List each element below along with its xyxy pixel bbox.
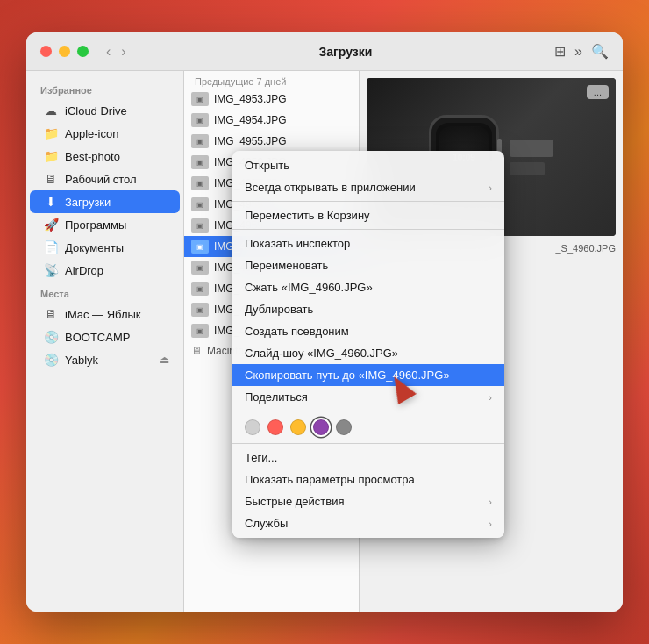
computer-icon: 🖥	[44, 307, 58, 321]
sidebar-item-documents[interactable]: 📄 Документы	[30, 236, 180, 259]
chevron-right-icon: ›	[489, 392, 492, 403]
sidebar-item-label: iCloud Drive	[65, 104, 127, 118]
color-dot-gray[interactable]	[245, 419, 260, 435]
sidebar-item-programs[interactable]: 🚀 Программы	[30, 213, 180, 236]
cm-duplicate-label: Дублировать	[245, 303, 313, 316]
cm-open-label: Открыть	[245, 159, 289, 172]
cm-slideshow-label: Слайд-шоу «IMG_4960.JPG»	[245, 347, 398, 360]
color-dot-purple[interactable]	[313, 419, 329, 435]
cm-always-open[interactable]: Всегда открывать в приложении ›	[232, 176, 504, 198]
disk-icon: 💿	[44, 353, 58, 367]
cm-view-params[interactable]: Показать параметры просмотра	[232, 469, 504, 490]
cm-duplicate[interactable]: Дублировать	[232, 298, 504, 320]
back-button[interactable]: ‹	[103, 42, 114, 61]
cm-share[interactable]: Поделиться ›	[232, 386, 504, 408]
sidebar-item-apple-icon[interactable]: 📁 Apple-icon	[30, 122, 180, 145]
cm-copy-path[interactable]: Скопировать путь до «IMG_4960.JPG»	[232, 364, 504, 386]
sidebar-item-label: Программы	[65, 218, 126, 232]
cm-trash-label: Переместить в Корзину	[245, 209, 370, 222]
cm-compress-label: Сжать «IMG_4960.JPG»	[245, 281, 373, 294]
close-button[interactable]	[40, 46, 52, 57]
charger	[510, 140, 553, 157]
sidebar-item-label: Apple-icon	[65, 127, 118, 140]
cm-always-open-label: Всегда открывать в приложении	[245, 181, 416, 194]
cm-trash[interactable]: Переместить в Корзину	[232, 204, 504, 226]
file-section-label: Предыдущие 7 дней	[184, 71, 359, 89]
sidebar-item-icloud-drive[interactable]: ☁ iCloud Drive	[30, 99, 180, 122]
chevron-right-icon: ›	[489, 497, 492, 507]
cm-tags[interactable]: Теги...	[232, 447, 504, 469]
folder-icon: 📁	[44, 126, 58, 140]
forward-button[interactable]: ›	[118, 42, 129, 61]
documents-icon: 📄	[44, 240, 58, 254]
sidebar-item-label: Рабочий стол	[65, 173, 137, 186]
color-dots-row	[232, 414, 504, 440]
finder-window: ‹ › Загрузки ⊞ » 🔍 Избранное ☁ iCloud Dr…	[26, 32, 623, 612]
cm-copy-path-label: Скопировать путь до «IMG_4960.JPG»	[245, 369, 450, 382]
file-thumb: ▣	[191, 155, 209, 169]
chevron-right-icon: ›	[489, 519, 492, 529]
sidebar-item-airdrop[interactable]: 📡 AirDrop	[30, 259, 180, 282]
color-dot-dark[interactable]	[336, 419, 352, 435]
file-name: IMG_4954.JPG	[214, 114, 287, 126]
sidebar-item-imac[interactable]: 🖥 iMac — Яблык	[30, 303, 180, 326]
sidebar-item-label: Best-photo	[65, 150, 120, 163]
maximize-button[interactable]	[77, 46, 89, 57]
cm-compress[interactable]: Сжать «IMG_4960.JPG»	[232, 276, 504, 298]
file-thumb: ▣	[191, 176, 209, 190]
nav-buttons: ‹ ›	[103, 42, 130, 61]
toolbar-right: ⊞ » 🔍	[554, 43, 609, 60]
cm-separator	[232, 443, 504, 444]
file-thumb: ▣	[191, 324, 209, 338]
cm-rename-label: Переименовать	[245, 259, 328, 272]
eject-icon[interactable]: ⏏	[160, 354, 169, 366]
sidebar-item-desktop[interactable]: 🖥 Рабочий стол	[30, 168, 180, 190]
file-thumb: ▣	[191, 282, 209, 296]
file-thumb: ▣	[191, 92, 209, 106]
cm-inspector[interactable]: Показать инспектор	[232, 233, 504, 254]
list-item[interactable]: ▣ IMG_4955.JPG	[184, 131, 359, 152]
cm-inspector-label: Показать инспектор	[245, 237, 350, 250]
sidebar-item-label: AirDrop	[65, 264, 103, 277]
cm-alias[interactable]: Создать псевдоним	[232, 320, 504, 342]
airdrop-icon: 📡	[44, 263, 58, 277]
preview-more-button[interactable]: ...	[587, 85, 609, 99]
cm-services-label: Службы	[245, 517, 288, 530]
sidebar-item-yablyk[interactable]: 💿 Yablyk ⏏	[30, 348, 180, 371]
traffic-lights	[40, 46, 89, 57]
file-name: IMG_4953.JPG	[214, 93, 287, 105]
disk-icon: 💿	[44, 330, 58, 344]
search-icon[interactable]: 🔍	[591, 43, 609, 60]
sidebar: Избранное ☁ iCloud Drive 📁 Apple-icon 📁 …	[26, 71, 184, 612]
cm-services[interactable]: Службы ›	[232, 512, 504, 534]
cm-separator	[232, 229, 504, 230]
file-thumb: ▣	[191, 303, 209, 317]
cm-separator	[232, 411, 504, 411]
sidebar-item-downloads[interactable]: ⬇ Загрузки	[30, 190, 180, 213]
list-item[interactable]: ▣ IMG_4954.JPG	[184, 110, 359, 131]
minimize-button[interactable]	[59, 46, 70, 57]
cable	[510, 162, 545, 175]
cm-quick-actions[interactable]: Быстрые действия ›	[232, 490, 504, 512]
color-dot-red[interactable]	[267, 419, 283, 435]
cm-alias-label: Создать псевдоним	[245, 325, 349, 338]
cm-view-params-label: Показать параметры просмотра	[245, 473, 415, 486]
view-toggle-icon[interactable]: ⊞	[554, 43, 566, 60]
list-item[interactable]: ▣ IMG_4953.JPG	[184, 89, 359, 110]
folder-icon: 📁	[44, 149, 58, 163]
sidebar-item-best-photo[interactable]: 📁 Best-photo	[30, 145, 180, 168]
preview-filename: _S_4960.JPG	[556, 243, 617, 257]
sidebar-item-bootcamp[interactable]: 💿 BOOTCAMP	[30, 326, 180, 348]
more-options-icon[interactable]: »	[574, 44, 582, 60]
downloads-icon: ⬇	[44, 195, 58, 209]
sidebar-item-label: iMac — Яблык	[65, 308, 141, 321]
color-dot-yellow[interactable]	[290, 419, 306, 435]
cm-rename[interactable]: Переименовать	[232, 254, 504, 276]
file-thumb: ▣	[191, 261, 209, 275]
desktop-icon: 🖥	[44, 172, 58, 186]
accessories	[510, 140, 553, 175]
sidebar-item-label: Yablyk	[65, 354, 98, 367]
sidebar-section-favorites: Избранное	[26, 78, 183, 99]
cm-open[interactable]: Открыть	[232, 154, 504, 176]
cm-slideshow[interactable]: Слайд-шоу «IMG_4960.JPG»	[232, 342, 504, 364]
